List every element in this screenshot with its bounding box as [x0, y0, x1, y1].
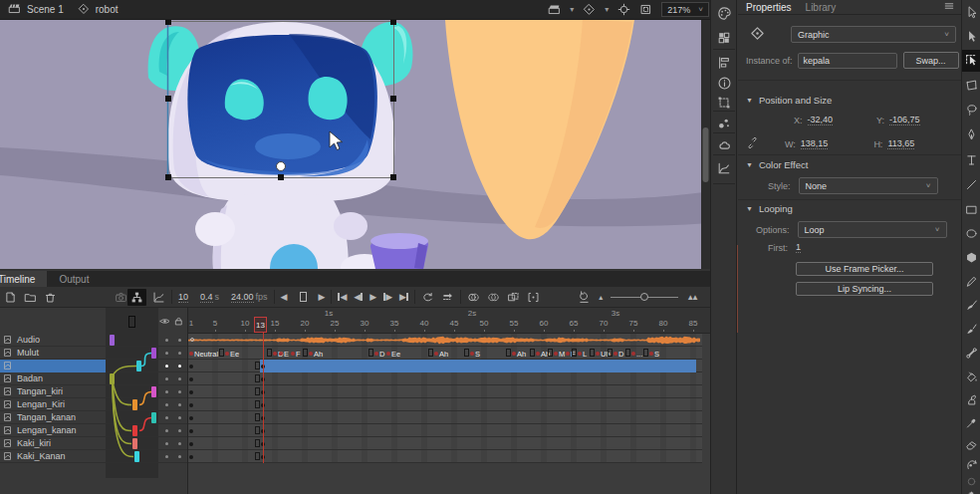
tab-properties[interactable]: Properties — [746, 2, 792, 13]
mouth-cue-keyframe[interactable] — [613, 352, 617, 356]
frame-row-tangan_kanan[interactable] — [188, 411, 702, 424]
mouth-cue-keyframe[interactable] — [578, 352, 582, 356]
layer-row-kaki_kanan[interactable]: Kaki_Kanan — [0, 450, 187, 463]
empty-keyframe[interactable] — [219, 349, 224, 357]
graph-icon[interactable] — [717, 161, 731, 175]
layer-visibility-dot[interactable] — [165, 339, 168, 342]
align-icon[interactable] — [717, 56, 731, 70]
transform-icon[interactable] — [717, 96, 731, 110]
eye-icon[interactable] — [159, 316, 170, 327]
frame-size-slider-knob[interactable] — [640, 293, 648, 301]
swap-button[interactable]: Swap... — [903, 52, 959, 69]
layer-visibility-dot[interactable] — [165, 442, 168, 445]
y-value[interactable]: -106,75 — [889, 115, 920, 125]
selection-tool[interactable] — [964, 5, 979, 20]
color-effect-section-header[interactable]: ▼ Color Effect — [746, 159, 808, 170]
folder-icon[interactable] — [24, 291, 37, 304]
layer-row-lengan_kanan[interactable]: Lengan_kanan — [0, 424, 187, 437]
marker-range-icon[interactable] — [527, 291, 540, 304]
selected-frame-span[interactable] — [260, 360, 696, 372]
layer-visibility-dot[interactable] — [165, 416, 168, 419]
layer-visibility-dot[interactable] — [165, 352, 168, 355]
subselection-tool[interactable] — [964, 29, 979, 44]
layer-row-lengan_kiri[interactable]: Lengan_Kiri — [0, 398, 187, 411]
tab-timeline[interactable]: Timeline — [0, 271, 47, 287]
layer-row-kepala[interactable]: Kepala — [0, 360, 187, 372]
onion-skin-icon[interactable] — [467, 291, 480, 304]
looping-section-header[interactable]: ▼ Looping — [746, 203, 793, 214]
line-tool[interactable] — [964, 177, 979, 192]
layer-lock-dot[interactable] — [178, 365, 181, 368]
keyframe-dot[interactable] — [189, 390, 193, 394]
use-frame-picker-button[interactable]: Use Frame Picker... — [796, 262, 933, 276]
empty-keyframe[interactable] — [303, 349, 308, 357]
frame-row-kaki_kanan[interactable] — [188, 450, 702, 463]
empty-keyframe[interactable] — [255, 387, 260, 395]
empty-keyframe[interactable] — [625, 349, 630, 357]
first-frame-value[interactable]: 1 — [796, 242, 801, 253]
loop-icon[interactable] — [421, 291, 434, 304]
breadcrumb-scene[interactable]: Scene 1 — [27, 4, 64, 15]
layer-row-tangan_kiri[interactable]: Tangan_kiri — [0, 385, 187, 398]
frame-row-audio[interactable] — [188, 334, 702, 347]
empty-keyframe[interactable] — [255, 452, 260, 460]
mouth-cue-keyframe[interactable] — [566, 352, 570, 356]
mouth-cue-keyframe[interactable] — [434, 352, 438, 356]
next-keyframe-button[interactable]: ▶ — [383, 293, 392, 302]
center-frame-icon[interactable] — [617, 3, 630, 16]
play-button[interactable]: ▶ — [369, 293, 376, 302]
oval-tool[interactable] — [964, 226, 979, 241]
panel-menu-icon[interactable] — [943, 0, 961, 14]
mouth-cue-keyframe[interactable] — [554, 352, 558, 356]
empty-keyframe[interactable] — [548, 349, 553, 357]
empty-keyframe[interactable] — [506, 349, 511, 357]
mouth-cue-keyframe[interactable] — [386, 352, 390, 356]
style-dropdown[interactable]: None ˅ — [799, 177, 938, 194]
layer-row-mulut[interactable]: Mulut — [0, 347, 187, 360]
bone-tool[interactable] — [964, 346, 979, 361]
mouth-cue-keyframe[interactable] — [649, 352, 653, 356]
playhead-line[interactable] — [263, 333, 264, 463]
layer-lock-dot[interactable] — [178, 339, 181, 342]
layer-lock-dot[interactable] — [178, 416, 181, 419]
step-forward-button[interactable]: ▶ — [319, 293, 326, 302]
go-first-frame-button[interactable]: ◀ — [338, 293, 347, 302]
fluid-brush-tool[interactable] — [964, 322, 979, 337]
onion-outline-icon[interactable] — [487, 291, 500, 304]
frame-row-lengan_kiri[interactable] — [188, 398, 702, 411]
free-transform-tool[interactable] — [964, 53, 979, 68]
keyframe-dot[interactable] — [189, 455, 193, 459]
eraser-tool[interactable] — [964, 437, 979, 452]
x-value[interactable]: -32,40 — [808, 115, 834, 125]
creative-cloud-icon[interactable] — [717, 138, 732, 153]
empty-keyframe[interactable] — [368, 349, 373, 357]
empty-keyframe[interactable] — [255, 374, 260, 382]
layer-lock-dot[interactable] — [178, 429, 181, 432]
empty-keyframe[interactable] — [255, 426, 260, 434]
empty-keyframe[interactable] — [428, 349, 433, 357]
playhead-marker[interactable]: 13 — [254, 317, 267, 333]
mouth-cue-keyframe[interactable] — [374, 352, 378, 356]
keyframe-dot[interactable] — [189, 442, 193, 446]
particles-icon[interactable] — [717, 117, 731, 130]
prev-keyframe-button[interactable]: ◀ — [354, 293, 363, 302]
layer-lock-dot[interactable] — [178, 390, 181, 393]
layer-lock-dot[interactable] — [178, 455, 181, 458]
info-icon[interactable] — [717, 76, 732, 91]
empty-keyframe[interactable] — [608, 349, 612, 357]
keyframe-dot[interactable] — [189, 429, 193, 433]
layer-visibility-dot[interactable] — [165, 429, 168, 432]
empty-keyframe[interactable] — [590, 349, 595, 357]
swatches-icon[interactable] — [717, 31, 731, 45]
text-tool[interactable] — [964, 152, 979, 167]
mouth-cue-keyframe[interactable] — [189, 352, 193, 356]
layer-lock-dot[interactable] — [178, 352, 181, 355]
layer-row-kaki_kiri[interactable]: Kaki_kiri — [0, 437, 187, 450]
empty-keyframe[interactable] — [530, 349, 535, 357]
lasso-tool[interactable] — [964, 103, 979, 118]
frame-row-tangan_kiri[interactable] — [188, 385, 702, 398]
edit-scene-icon[interactable] — [548, 3, 561, 16]
gradient-transform-tool[interactable] — [964, 78, 979, 93]
keyframe-dot[interactable] — [189, 377, 193, 381]
layer-visibility-dot[interactable] — [165, 377, 168, 380]
